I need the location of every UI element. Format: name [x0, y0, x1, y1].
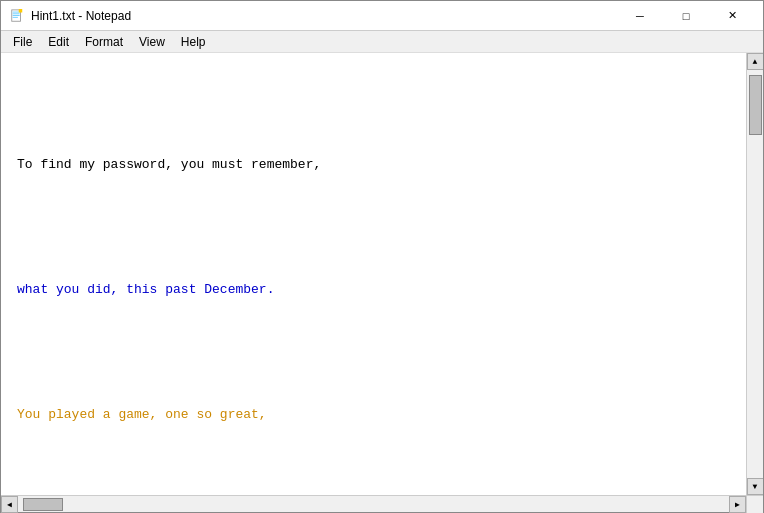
window-title: Hint1.txt - Notepad: [31, 9, 131, 23]
vertical-scrollbar[interactable]: ▲ ▼: [746, 53, 763, 495]
maximize-button[interactable]: □: [663, 2, 709, 30]
menu-view[interactable]: View: [131, 33, 173, 51]
svg-rect-2: [13, 13, 20, 14]
svg-rect-3: [13, 15, 20, 16]
content-area: To find my password, you must remember, …: [1, 53, 763, 495]
scroll-right-button[interactable]: ▶: [729, 496, 746, 513]
scroll-track-h[interactable]: [18, 496, 729, 512]
poem-line-3: You played a game, one so great,: [17, 403, 730, 426]
menu-file[interactable]: File: [5, 33, 40, 51]
scroll-thumb-h[interactable]: [23, 498, 63, 511]
title-bar-left: Hint1.txt - Notepad: [9, 8, 131, 24]
title-bar: Hint1.txt - Notepad ─ □ ✕: [1, 1, 763, 31]
svg-rect-4: [13, 16, 18, 17]
menu-edit[interactable]: Edit: [40, 33, 77, 51]
svg-rect-1: [13, 11, 20, 12]
scroll-track-v[interactable]: [747, 70, 763, 478]
menu-bar: File Edit Format View Help: [1, 31, 763, 53]
close-button[interactable]: ✕: [709, 2, 755, 30]
notepad-icon: [9, 8, 25, 24]
scroll-thumb-v[interactable]: [749, 75, 762, 135]
text-editor[interactable]: To find my password, you must remember, …: [1, 53, 746, 495]
poem-line-2: what you did, this past December.: [17, 278, 730, 301]
scroll-left-button[interactable]: ◀: [1, 496, 18, 513]
notepad-window: Hint1.txt - Notepad ─ □ ✕ File Edit Form…: [0, 0, 764, 513]
poem-content: To find my password, you must remember, …: [9, 99, 738, 495]
scroll-up-button[interactable]: ▲: [747, 53, 764, 70]
poem-line-1: To find my password, you must remember,: [17, 153, 730, 176]
window-controls: ─ □ ✕: [617, 2, 755, 30]
horizontal-scrollbar-container: ◀ ▶: [1, 495, 763, 512]
menu-format[interactable]: Format: [77, 33, 131, 51]
minimize-button[interactable]: ─: [617, 2, 663, 30]
svg-rect-5: [19, 9, 23, 13]
scroll-down-button[interactable]: ▼: [747, 478, 764, 495]
menu-help[interactable]: Help: [173, 33, 214, 51]
scroll-corner: [746, 496, 763, 513]
